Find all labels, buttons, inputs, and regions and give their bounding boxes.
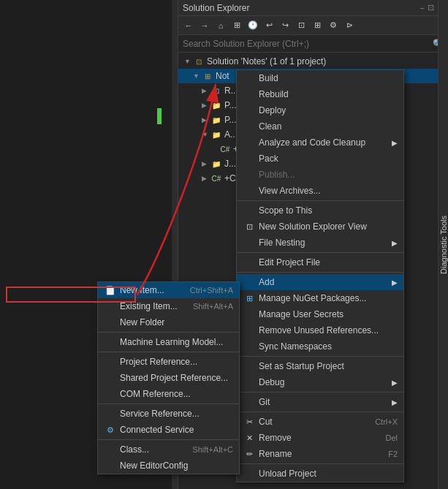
ctx-add[interactable]: Add ▶ <box>237 274 403 290</box>
ctx-pack[interactable]: Pack <box>237 151 403 167</box>
toolbar-redo-btn[interactable]: ↪ <box>278 18 292 33</box>
sub-class-shortcut: Shift+Alt+C <box>192 445 233 454</box>
sub-com-ref-label: COM Reference... <box>120 389 191 399</box>
sub-sep-3 <box>98 403 239 404</box>
expand-icon-4: ▼ <box>202 131 210 138</box>
sub-project-ref[interactable]: Project Reference... <box>98 354 239 370</box>
ctx-add-arrow: ▶ <box>392 278 398 287</box>
ctx-cut[interactable]: ✂ Cut Ctrl+X <box>237 414 403 430</box>
ctx-unload[interactable]: Unload Project <box>237 466 403 482</box>
ctx-analyze-label: Analyze and Code Cleanup <box>259 137 365 148</box>
toolbar-grid-btn[interactable]: ⊞ <box>229 18 244 33</box>
se-title: Solution Explorer <box>183 3 249 13</box>
sub-editor-config-label: New EditorConfig <box>120 460 188 471</box>
sub-new-folder[interactable]: New Folder <box>98 314 239 330</box>
tree-label-3: P... <box>224 115 236 125</box>
ctx-file-nesting-label: File Nesting <box>259 238 305 248</box>
ctx-scope[interactable]: Scope to This <box>237 202 403 219</box>
ctx-git-label: Git <box>259 397 270 407</box>
ctx-analyze[interactable]: Analyze and Code Cleanup ▶ <box>237 134 403 151</box>
file-icon: C# <box>219 143 231 155</box>
ctx-git-arrow: ▶ <box>392 398 398 406</box>
toolbar-forward-btn[interactable]: → <box>197 18 212 33</box>
ctx-remove-unused[interactable]: Remove Unused References... <box>237 322 403 338</box>
ctx-cut-label: Cut <box>259 417 273 427</box>
context-menu-main: Build Rebuild Deploy Clean Analyze and C… <box>236 69 404 482</box>
solution-label: Solution 'Notes' (1 of 1 project) <box>207 56 326 67</box>
ctx-debug-label: Debug <box>259 377 284 387</box>
ctx-nuget[interactable]: ⊞ Manage NuGet Packages... <box>237 290 403 306</box>
ctx-sync-ns-label: Sync Namespaces <box>259 341 332 352</box>
ctx-view-archives[interactable]: View Archives... <box>237 183 403 199</box>
tree-label-2: P... <box>224 100 236 110</box>
ctx-nuget-label: Manage NuGet Packages... <box>259 293 366 303</box>
ctx-deploy[interactable]: Deploy <box>237 102 403 118</box>
ctx-sep-7 <box>237 463 403 464</box>
folder-icon: 📁 <box>210 99 222 111</box>
ctx-debug[interactable]: Debug ▶ <box>237 374 403 390</box>
sub-service-ref[interactable]: Service Reference... <box>98 406 239 422</box>
ctx-sep-1 <box>237 200 403 201</box>
sub-sep-1 <box>98 332 239 333</box>
remove-icon: ✕ <box>243 433 256 443</box>
pin-icon[interactable]: − <box>420 4 425 12</box>
ctx-rebuild-label: Rebuild <box>259 89 289 99</box>
green-indicator-bar <box>157 108 162 124</box>
toolbar-home-btn[interactable]: ⌂ <box>213 18 228 33</box>
toolbar-undo-btn[interactable]: ↩ <box>262 18 276 33</box>
sub-project-ref-label: Project Reference... <box>120 357 197 367</box>
expand-icon-7: ▶ <box>202 175 210 182</box>
se-search-bar: 🔍 <box>178 35 448 53</box>
ctx-clean[interactable]: Clean <box>237 118 403 134</box>
sub-shared-ref[interactable]: Shared Project Reference... <box>98 370 239 386</box>
se-search-input[interactable] <box>183 39 433 49</box>
diagnostic-tools-label: Diagnostic Tools <box>439 216 448 274</box>
ctx-rename[interactable]: ✏ Rename F2 <box>237 446 403 462</box>
ctx-edit-project[interactable]: Edit Project File <box>237 254 403 270</box>
ctx-new-view[interactable]: ⊡ New Solution Explorer View <box>237 219 403 235</box>
new-view-icon: ⊡ <box>243 222 256 232</box>
ctx-git[interactable]: Git ▶ <box>237 394 403 410</box>
ctx-build[interactable]: Build <box>237 70 403 86</box>
ctx-pack-label: Pack <box>259 153 278 164</box>
ctx-startup[interactable]: Set as Startup Project <box>237 358 403 374</box>
ctx-remove[interactable]: ✕ Remove Del <box>237 430 403 446</box>
expand-icon-6: ▶ <box>202 160 210 167</box>
ctx-sep-3 <box>237 272 403 273</box>
sub-ml-model[interactable]: Machine Learning Model... <box>98 334 239 350</box>
ctx-sep-5 <box>237 392 403 393</box>
toolbar-add-btn[interactable]: ⊞ <box>310 18 324 33</box>
solution-icon: ⊡ <box>193 56 205 67</box>
ctx-build-label: Build <box>259 73 278 83</box>
sub-new-item[interactable]: 📄 New Item... Ctrl+Shift+A <box>98 282 239 298</box>
ctx-scope-label: Scope to This <box>259 205 312 216</box>
sub-existing-item[interactable]: Existing Item... Shift+Alt+A <box>98 298 239 314</box>
ctx-file-nesting[interactable]: File Nesting ▶ <box>237 235 403 251</box>
ctx-debug-arrow: ▶ <box>392 379 398 387</box>
sub-connected-service[interactable]: ⚙ Connected Service <box>98 422 239 438</box>
ctx-sync-ns[interactable]: Sync Namespaces <box>237 338 403 355</box>
toolbar-clock-btn[interactable]: 🕐 <box>246 18 260 33</box>
ctx-publish[interactable]: Publish... <box>237 167 403 183</box>
nuget-icon: ⊞ <box>243 294 256 303</box>
ctx-sep-4 <box>237 356 403 357</box>
sub-new-item-label: New Item... <box>120 285 164 295</box>
ctx-user-secrets[interactable]: Manage User Secrets <box>237 306 403 322</box>
sub-existing-shortcut: Shift+Alt+A <box>193 302 233 311</box>
toolbar-play-btn[interactable]: ⊳ <box>342 18 357 33</box>
folder-icon-3: 📁 <box>210 129 222 140</box>
toolbar-settings-btn[interactable]: ⚙ <box>326 18 341 33</box>
toolbar-layout-btn[interactable]: ⊡ <box>294 18 308 33</box>
solution-node[interactable]: ▼ ⊡ Solution 'Notes' (1 of 1 project) <box>178 54 448 69</box>
ctx-rebuild[interactable]: Rebuild <box>237 86 403 102</box>
diagnostic-tools-sidebar[interactable]: Diagnostic Tools <box>438 0 448 489</box>
ctx-new-view-label: New Solution Explorer View <box>259 221 367 232</box>
ctx-remove-unused-label: Remove Unused References... <box>259 325 379 336</box>
sub-editor-config[interactable]: New EditorConfig <box>98 458 239 474</box>
sub-class[interactable]: Class... Shift+Alt+C <box>98 441 239 458</box>
toolbar-back-btn[interactable]: ← <box>181 18 196 33</box>
sub-com-ref[interactable]: COM Reference... <box>98 386 239 402</box>
project-label: Not <box>216 71 229 81</box>
float-icon[interactable]: ⊡ <box>428 3 434 12</box>
folder-icon-4: 📁 <box>210 158 222 170</box>
